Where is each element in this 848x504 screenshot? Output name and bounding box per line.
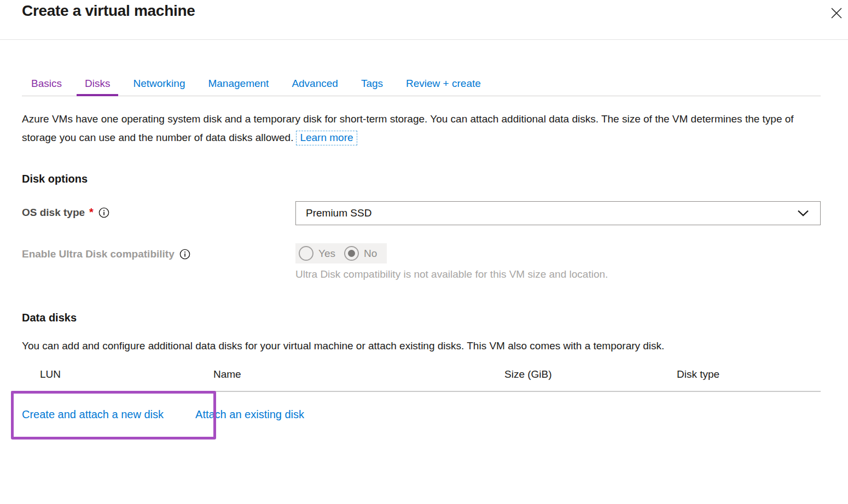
radio-selected-icon [344, 246, 359, 261]
disks-intro-text: Azure VMs have one operating system disk… [22, 110, 821, 147]
os-disk-type-row: OS disk type * Premium SSD [22, 201, 821, 225]
tab-advanced[interactable]: Advanced [280, 73, 350, 96]
os-disk-type-value: Premium SSD [306, 207, 371, 219]
tab-networking[interactable]: Networking [121, 73, 196, 96]
data-disks-actions: Create and attach a new disk Attach an e… [22, 408, 821, 421]
create-attach-new-disk-link[interactable]: Create and attach a new disk [22, 408, 164, 421]
ultra-disk-label: Enable Ultra Disk compatibility [22, 248, 175, 260]
required-marker: * [89, 206, 94, 219]
no-radio-label: No [364, 248, 377, 260]
tab-management[interactable]: Management [196, 73, 280, 96]
dialog-header: Create a virtual machine [0, 0, 848, 40]
data-disks-heading: Data disks [22, 312, 821, 324]
page-title: Create a virtual machine [22, 2, 848, 20]
close-icon [830, 7, 843, 19]
yes-radio-label: Yes [318, 248, 335, 260]
os-disk-type-select[interactable]: Premium SSD [295, 201, 821, 225]
table-divider [11, 391, 821, 392]
radio-unselected-icon [299, 246, 313, 261]
column-header-lun: LUN [40, 368, 61, 380]
learn-more-link[interactable]: Learn more [296, 131, 357, 145]
disk-options-heading: Disk options [22, 173, 821, 185]
ultra-disk-no-radio[interactable]: No [344, 246, 377, 261]
wizard-tabs: Basics Disks Networking Management Advan… [22, 73, 821, 96]
ultra-disk-helper-text: Ultra Disk compatibility is not availabl… [295, 268, 821, 280]
os-disk-type-label-group: OS disk type * [22, 201, 295, 219]
close-button[interactable] [825, 2, 848, 24]
os-disk-type-label: OS disk type [22, 207, 85, 219]
data-disks-description: You can add and configure additional dat… [22, 337, 810, 355]
tab-disks[interactable]: Disks [73, 73, 121, 96]
ultra-disk-yes-radio[interactable]: Yes [299, 246, 335, 261]
intro-text: Azure VMs have one operating system disk… [22, 113, 794, 143]
ultra-disk-row: Enable Ultra Disk compatibility Yes No U… [22, 243, 821, 280]
tab-review-create[interactable]: Review + create [394, 73, 492, 96]
attach-existing-disk-link[interactable]: Attach an existing disk [195, 408, 304, 421]
chevron-down-icon [797, 209, 809, 217]
column-header-name: Name [213, 368, 241, 380]
info-icon[interactable] [98, 207, 109, 218]
data-disks-table-header: LUN Name Size (GiB) Disk type [22, 366, 821, 392]
ultra-disk-radio-group: Yes No [295, 243, 387, 263]
info-icon[interactable] [179, 249, 190, 260]
column-header-size: Size (GiB) [504, 368, 552, 380]
tab-basics[interactable]: Basics [22, 73, 73, 96]
tab-tags[interactable]: Tags [350, 73, 394, 96]
column-header-disk-type: Disk type [677, 368, 719, 380]
ultra-disk-label-group: Enable Ultra Disk compatibility [22, 243, 295, 260]
